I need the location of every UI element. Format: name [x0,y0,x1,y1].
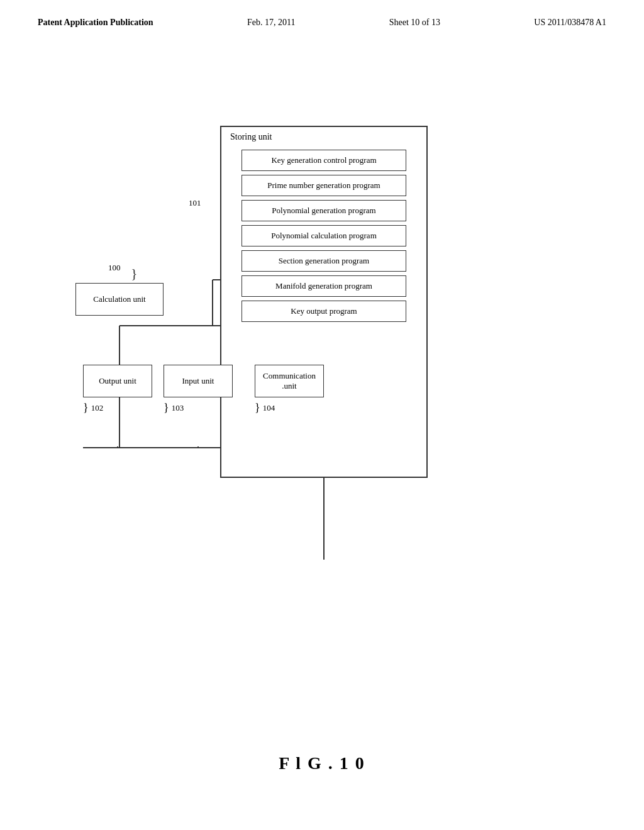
label-103: 103 [172,403,184,413]
brace-100-icon: } [131,267,138,280]
label-102-group: } 102 [83,401,103,414]
program-box-6: Key output program [242,301,406,322]
brace-102-icon: } [83,401,89,414]
label-102: 102 [91,403,104,413]
publication-date: Feb. 17, 2011 [247,18,295,28]
calc-unit-label: Calculation unit [93,294,145,304]
output-unit-box: Output unit [83,365,152,397]
publication-title: Patent Application Publication [38,18,153,28]
page-header: Patent Application Publication Feb. 17, … [0,0,644,28]
input-unit-box: Input unit [164,365,233,397]
storing-unit-box: Storing unit Key generation control prog… [220,126,428,478]
program-box-1: Prime number generation program [242,175,406,196]
output-unit-label: Output unit [99,376,136,386]
label-100: 100 [108,263,121,273]
program-box-3: Polynomial calculation program [242,225,406,246]
calc-unit-box: Calculation unit [75,283,164,316]
label-104: 104 [263,403,275,413]
input-unit-label: Input unit [182,376,214,386]
sheet-info: Sheet 10 of 13 [389,18,440,28]
programs-container: Key generation control program Prime num… [221,150,426,322]
brace-103-icon: } [164,401,169,414]
program-box-4: Section generation program [242,250,406,272]
storing-unit-label: Storing unit [230,132,272,142]
program-box-5: Manifold generation program [242,275,406,297]
comm-unit-label: Communication.unit [263,371,316,391]
label-101: 101 [189,198,201,208]
program-box-2: Polynomial generation program [242,200,406,221]
comm-unit-box: Communication.unit [255,365,324,397]
label-104-group: } 104 [255,401,275,414]
label-103-group: } 103 [164,401,184,414]
patent-number: US 2011/038478 A1 [534,18,606,28]
diagram-area: Storing unit Key generation control prog… [38,88,606,704]
program-box-0: Key generation control program [242,150,406,171]
brace-104-icon: } [255,401,260,414]
figure-label: F l G . 1 0 [0,753,644,773]
